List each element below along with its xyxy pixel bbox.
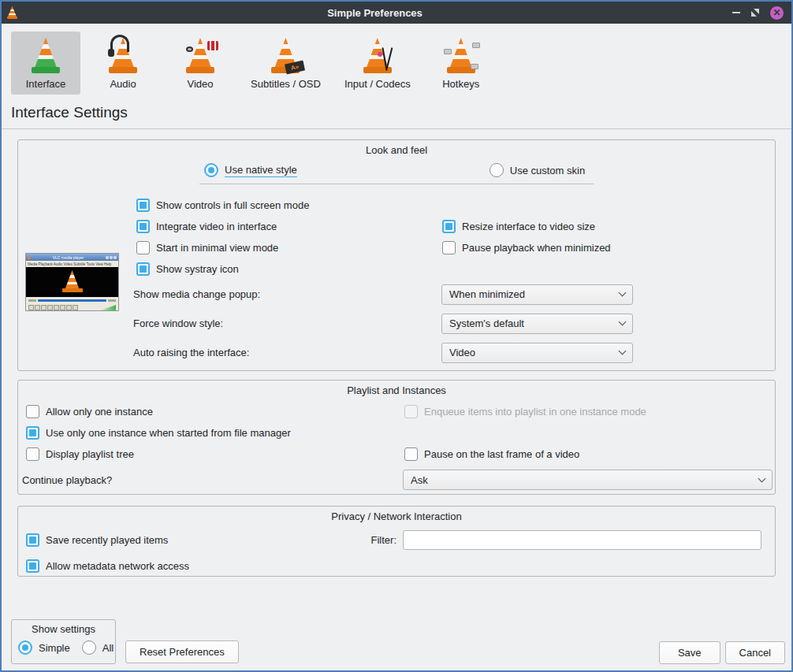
allow-metadata-access-checkbox[interactable]: Allow metadata network access — [26, 559, 189, 573]
checkbox-checked-icon — [26, 426, 39, 440]
auto-raising-select[interactable]: Video — [441, 343, 633, 363]
interface-preview-image: VLC media player Media Playback Audio Vi… — [25, 253, 119, 311]
heading-divider — [2, 128, 791, 129]
vlc-cone-icon — [7, 6, 17, 19]
playlist-instances-group: Playlist and Instances Allow only one in… — [17, 380, 776, 495]
checkbox-checked-icon — [136, 262, 150, 276]
toolbar-item-input-codecs[interactable]: Input / Codecs — [337, 32, 419, 95]
look-and-feel-title: Look and feel — [18, 140, 775, 156]
minimize-icon[interactable] — [732, 12, 740, 13]
preview-volume-slider — [100, 305, 116, 310]
checkbox-checked-icon — [136, 199, 150, 212]
show-controls-fullscreen-checkbox[interactable]: Show controls in full screen mode — [136, 199, 442, 212]
subtitles-osd-icon: A» — [266, 36, 304, 76]
pause-last-frame-checkbox[interactable]: Pause on the last frame of a video — [404, 447, 579, 461]
toolbar-label-audio: Audio — [110, 78, 136, 90]
preview-menubar: Media Playback Audio Video Subtitle Tool… — [26, 261, 118, 267]
radio-selected-icon — [18, 640, 32, 655]
checkbox-unchecked-icon — [26, 447, 39, 461]
enqueue-items-checkbox: Enqueue items into playlist in one insta… — [404, 405, 646, 418]
chevron-down-icon — [619, 289, 627, 297]
checkbox-unchecked-icon — [26, 405, 39, 418]
page-title: Interface Settings — [11, 104, 791, 121]
checkbox-checked-icon — [26, 533, 39, 547]
media-change-popup-select[interactable]: When minimized — [441, 284, 633, 305]
maximize-icon[interactable] — [750, 8, 760, 17]
toolbar-item-video[interactable]: Video — [166, 32, 235, 95]
video-icon — [181, 36, 219, 76]
radio-selected-icon — [204, 163, 218, 177]
toolbar-item-interface[interactable]: Interface — [11, 32, 80, 95]
checkbox-unchecked-icon — [404, 447, 418, 461]
pause-when-minimized-checkbox[interactable]: Pause playback when minimized — [442, 241, 611, 254]
window-title: Simple Preferences — [17, 7, 732, 19]
hotkeys-icon — [442, 36, 480, 76]
checkbox-checked-icon — [136, 220, 150, 233]
simple-settings-radio[interactable]: Simple — [18, 640, 70, 655]
save-button[interactable]: Save — [659, 641, 720, 664]
chevron-down-icon — [619, 318, 627, 326]
force-window-style-label: Force window style: — [133, 317, 441, 329]
toolbar-label-video: Video — [187, 78, 213, 90]
checkbox-disabled-icon — [404, 405, 418, 418]
preview-titlebar: VLC media player — [26, 254, 118, 261]
filter-label: Filter: — [357, 534, 396, 546]
toolbar-item-audio[interactable]: Audio — [88, 32, 158, 95]
look-and-feel-group: Look and feel Use native style Use custo… — [17, 139, 776, 371]
radio-separator — [199, 184, 594, 184]
integrate-video-checkbox[interactable]: Integrate video in interface — [136, 220, 442, 233]
chevron-down-icon — [619, 347, 627, 355]
one-instance-file-manager-checkbox[interactable]: Use only one instance when started from … — [26, 426, 404, 440]
preview-video-area — [26, 267, 118, 297]
use-custom-skin-radio[interactable]: Use custom skin — [490, 163, 585, 177]
preview-cone-icon — [28, 255, 31, 260]
use-native-style-radio[interactable]: Use native style — [204, 163, 297, 177]
simple-preferences-window: Simple Preferences ✕ Interface Audio — [0, 0, 793, 672]
preview-controls — [26, 303, 118, 311]
radio-unselected-icon — [490, 163, 504, 177]
privacy-network-title: Privacy / Network Interaction — [18, 507, 775, 522]
use-custom-skin-label: Use custom skin — [510, 165, 585, 176]
filter-input[interactable] — [403, 530, 761, 550]
checkbox-unchecked-icon — [442, 241, 456, 254]
force-window-style-select[interactable]: System's default — [441, 314, 633, 334]
continue-playback-select[interactable]: Ask — [403, 470, 773, 490]
reset-preferences-button[interactable]: Reset Preferences — [125, 640, 239, 663]
radio-unselected-icon — [82, 640, 96, 655]
titlebar: Simple Preferences ✕ — [2, 2, 791, 24]
show-settings-group: Show settings Simple All — [11, 619, 116, 664]
use-native-style-label: Use native style — [225, 164, 297, 177]
privacy-network-group: Privacy / Network Interaction Save recen… — [17, 506, 776, 577]
toolbar-label-subtitles-osd: Subtitles / OSD — [251, 78, 321, 90]
media-change-popup-label: Show media change popup: — [133, 288, 441, 300]
chevron-down-icon — [758, 474, 766, 482]
close-icon[interactable]: ✕ — [770, 6, 784, 20]
resize-interface-checkbox[interactable]: Resize interface to video size — [442, 220, 595, 233]
cancel-button[interactable]: Cancel — [725, 641, 785, 664]
playlist-instances-title: Playlist and Instances — [18, 381, 775, 396]
checkbox-checked-icon — [26, 559, 39, 573]
display-playlist-tree-checkbox[interactable]: Display playlist tree — [26, 447, 404, 461]
checkbox-unchecked-icon — [136, 241, 150, 254]
toolbar-item-subtitles-osd[interactable]: A» Subtitles / OSD — [243, 32, 329, 95]
allow-one-instance-checkbox[interactable]: Allow only one instance — [26, 405, 404, 418]
checkbox-checked-icon — [442, 220, 456, 233]
toolbar-label-input-codecs: Input / Codecs — [344, 78, 411, 90]
minimal-view-checkbox[interactable]: Start in minimal view mode — [136, 241, 442, 254]
continue-playback-label: Continue playback? — [22, 474, 403, 486]
preferences-toolbar: Interface Audio Video A» Subtitles / OSD — [2, 24, 791, 95]
toolbar-label-hotkeys: Hotkeys — [442, 78, 479, 90]
preview-seekbar — [26, 297, 118, 303]
save-recent-items-checkbox[interactable]: Save recently played items — [26, 533, 357, 547]
toolbar-label-interface: Interface — [26, 78, 66, 90]
style-radio-row: Use native style Use custom skin — [18, 163, 775, 177]
all-settings-radio[interactable]: All — [82, 640, 114, 655]
input-codecs-icon — [359, 36, 396, 76]
toolbar-item-hotkeys[interactable]: Hotkeys — [426, 32, 496, 95]
footer-bar: Show settings Simple All Reset Preferenc… — [2, 619, 791, 670]
systray-icon-checkbox[interactable]: Show systray icon — [136, 262, 442, 276]
interface-icon — [27, 36, 65, 76]
audio-icon — [104, 36, 142, 76]
show-settings-title: Show settings — [12, 623, 115, 635]
preview-window-title: VLC media player — [48, 255, 88, 260]
